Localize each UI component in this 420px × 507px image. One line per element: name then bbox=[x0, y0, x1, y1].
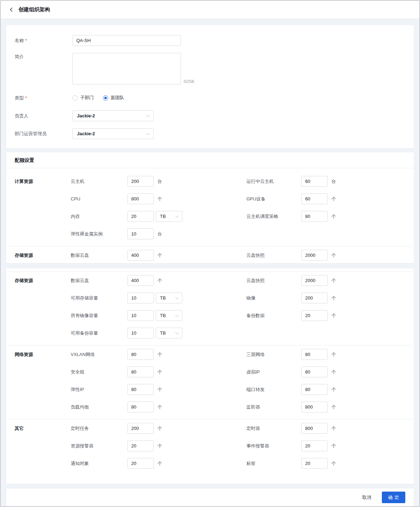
page-title: 创建组织架构 bbox=[19, 6, 50, 13]
name-label: 名称 bbox=[15, 35, 72, 46]
quota-value-input[interactable] bbox=[301, 384, 328, 395]
quota-unit-select[interactable]: TB bbox=[156, 328, 182, 338]
quota-value-input[interactable] bbox=[301, 250, 328, 261]
radio-option-newteam[interactable]: 新团队 bbox=[103, 95, 124, 101]
quota-value-input[interactable] bbox=[127, 440, 154, 451]
quota-row: 安全组个虚拟IP个 bbox=[15, 366, 405, 377]
owner-label: 负责人 bbox=[15, 110, 72, 121]
quota-unit-label: 个 bbox=[158, 460, 162, 467]
intro-textarea[interactable] bbox=[72, 53, 181, 84]
quota-unit-select[interactable]: TB bbox=[156, 211, 182, 222]
quota-value-input[interactable] bbox=[127, 423, 154, 434]
quota-unit-value: TB bbox=[160, 295, 166, 301]
quota-field: 安全组个 bbox=[71, 366, 246, 377]
quota-field-label: 内存 bbox=[71, 213, 127, 220]
quota-unit-label: 个 bbox=[331, 443, 336, 449]
intro-label: 简介 bbox=[15, 53, 72, 60]
quota-row: CPU个GPU设备个 bbox=[15, 193, 405, 204]
quota-value-input[interactable] bbox=[301, 275, 328, 286]
quota-value-input[interactable] bbox=[127, 250, 154, 261]
name-input[interactable] bbox=[72, 35, 181, 46]
confirm-button[interactable]: 确定 bbox=[382, 492, 405, 503]
page-content: 名称 简介 0/256 类型 子部门 bbox=[1, 19, 419, 506]
quota-row: 存储资源数据云盘个云盘快照个 bbox=[15, 275, 405, 286]
quota-field: 数据云盘个 bbox=[71, 250, 246, 261]
quota-value-input[interactable] bbox=[301, 310, 328, 321]
quota-row: 所有镜像容量TB备份数据个 bbox=[15, 310, 405, 321]
back-icon[interactable] bbox=[10, 7, 14, 12]
quota-value-input[interactable] bbox=[127, 293, 154, 303]
quota-field-label: 标签 bbox=[246, 460, 301, 467]
chevron-down-icon bbox=[146, 131, 150, 135]
quota-unit-label: 个 bbox=[331, 252, 336, 259]
quota-value-input[interactable] bbox=[301, 211, 328, 222]
quota-value-input[interactable] bbox=[301, 366, 328, 377]
quota-groups-upper: 计算资源云主机台运行中云主机台CPU个GPU设备个内存TB云主机调度策略个弹性裸… bbox=[6, 168, 414, 261]
quota-value-input[interactable] bbox=[127, 328, 154, 338]
quota-field: 三层网络个 bbox=[246, 349, 405, 360]
quota-field: 云盘快照个 bbox=[246, 275, 405, 286]
quota-field: 定时任务个 bbox=[71, 423, 246, 434]
quota-field: 监听器个 bbox=[246, 402, 405, 412]
quota-unit-label: 个 bbox=[158, 278, 162, 284]
quota-value-input[interactable] bbox=[127, 228, 154, 239]
quota-field-label: 云主机 bbox=[71, 178, 127, 185]
quota-field: GPU设备个 bbox=[246, 193, 405, 204]
quota-unit-select[interactable]: TB bbox=[156, 310, 182, 321]
admin-select[interactable]: Jackie-2 bbox=[72, 128, 154, 139]
quota-unit-label: 个 bbox=[331, 196, 336, 202]
quota-field-label: 监听器 bbox=[246, 404, 301, 410]
quota-value-input[interactable] bbox=[127, 176, 154, 187]
quota-unit-label: 个 bbox=[331, 386, 336, 393]
quota-value-input[interactable] bbox=[301, 458, 328, 469]
quota-value-input[interactable] bbox=[127, 275, 154, 286]
quota-field: CPU个 bbox=[71, 193, 246, 204]
chevron-down-icon bbox=[146, 114, 150, 117]
quota-value-input[interactable] bbox=[301, 176, 328, 187]
quota-group: 存储资源数据云盘个云盘快照个可用存储容量TB镜像个所有镜像容量TB备份数据个可用… bbox=[15, 275, 405, 338]
quota-value-input[interactable] bbox=[301, 402, 328, 412]
quota-field: 云主机台 bbox=[71, 176, 246, 187]
radio-option-subdepartment[interactable]: 子部门 bbox=[72, 95, 94, 101]
quota-value-input[interactable] bbox=[127, 458, 154, 469]
radio-option-label: 新团队 bbox=[111, 95, 124, 101]
admin-label: 部门运营管理员 bbox=[15, 128, 72, 139]
owner-select[interactable]: Jackie-2 bbox=[72, 110, 154, 121]
cancel-button[interactable]: 取消 bbox=[362, 494, 371, 501]
quota-unit-select[interactable]: TB bbox=[156, 293, 182, 303]
quota-unit-label: 台 bbox=[158, 231, 162, 237]
quota-value-input[interactable] bbox=[301, 349, 328, 360]
quota-groups-lower: 存储资源数据云盘个云盘快照个可用存储容量TB镜像个所有镜像容量TB备份数据个可用… bbox=[6, 268, 414, 484]
quota-value-input[interactable] bbox=[301, 193, 328, 204]
quota-unit-label: 个 bbox=[158, 386, 162, 393]
quota-field-label: 数据云盘 bbox=[71, 252, 127, 259]
quota-unit-label: 台 bbox=[158, 178, 162, 185]
quota-field: 所有镜像容量TB bbox=[71, 310, 246, 321]
quota-field-label: 三层网络 bbox=[246, 351, 301, 358]
quota-field-label: 运行中云主机 bbox=[246, 178, 301, 185]
quota-value-input[interactable] bbox=[127, 402, 154, 412]
quota-group-label: 存储资源 bbox=[15, 252, 71, 259]
quota-row: 通知对象个标签个 bbox=[15, 458, 405, 469]
quota-row: 其它定时任务个定时器个 bbox=[15, 423, 405, 434]
name-field-row: 名称 bbox=[15, 35, 405, 46]
quota-value-input[interactable] bbox=[127, 349, 154, 360]
quota-value-input[interactable] bbox=[301, 423, 328, 434]
basic-info-panel: 名称 简介 0/256 类型 子部门 bbox=[6, 25, 414, 148]
quota-field-label: 负载均衡 bbox=[71, 404, 127, 410]
quota-row: 计算资源云主机台运行中云主机台 bbox=[15, 176, 405, 187]
quota-group-label: 计算资源 bbox=[15, 178, 71, 185]
quota-value-input[interactable] bbox=[127, 193, 154, 204]
quota-field: 可用存储容量TB bbox=[71, 293, 246, 303]
quota-value-input[interactable] bbox=[301, 440, 328, 451]
quota-value-input[interactable] bbox=[127, 211, 154, 222]
quota-unit-label: 个 bbox=[331, 369, 336, 375]
quota-value-input[interactable] bbox=[127, 366, 154, 377]
quota-value-input[interactable] bbox=[127, 310, 154, 321]
quota-value-input[interactable] bbox=[127, 384, 154, 395]
quota-unit-label: 个 bbox=[158, 425, 162, 432]
radio-icon bbox=[103, 95, 108, 101]
quota-field-label: 数据云盘 bbox=[71, 278, 127, 284]
quota-group: 计算资源云主机台运行中云主机台CPU个GPU设备个内存TB云主机调度策略个弹性裸… bbox=[15, 176, 405, 239]
quota-value-input[interactable] bbox=[301, 293, 328, 303]
